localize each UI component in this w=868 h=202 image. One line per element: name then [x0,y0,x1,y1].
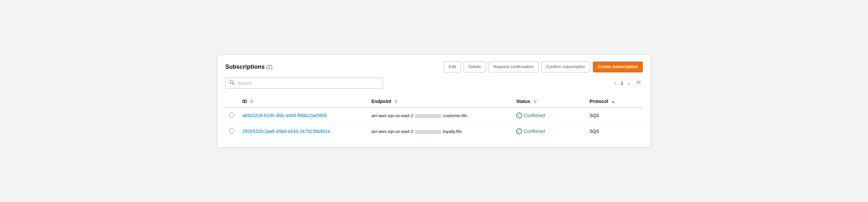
endpoint-text-1: arn:aws:sqs:us-east-2::customer.fifo [371,113,467,118]
table-body: a83c0228-b100-4fdc-a946-f06bc2ae5605 arn… [225,108,643,139]
count-text: (2) [266,64,273,70]
check-circle-icon-1: ✓ [516,113,522,118]
table-header: ID ▽ Endpoint ▽ Status ▽ Protocol ▲ [225,95,643,108]
subscription-id-link-2[interactable]: 292b9320-2aa8-45bd-a545-347823bb801e [242,128,331,134]
subscriptions-table: ID ▽ Endpoint ▽ Status ▽ Protocol ▲ [225,95,643,139]
table-row: a83c0228-b100-4fdc-a946-f06bc2ae5605 arn… [225,108,643,124]
protocol-col-header: Protocol ▲ [586,95,643,108]
redacted-account-2 [415,130,441,134]
search-input[interactable] [237,81,379,86]
settings-button[interactable] [634,79,643,88]
next-page-button[interactable]: › [626,79,631,88]
status-cell-1: ✓ Confirmed [512,108,586,124]
select-col-header [225,95,238,108]
edit-button[interactable]: Edit [444,61,461,72]
row-2-radio[interactable] [229,128,235,134]
search-icon [229,80,235,87]
request-confirmation-button[interactable]: Request confirmation [489,61,539,72]
protocol-sort-icon[interactable]: ▲ [612,100,615,104]
create-subscription-button[interactable]: Create subscription [593,61,643,72]
subscriptions-panel: Subscriptions (2) Edit Delete Request co… [217,55,651,147]
endpoint-col-header: Endpoint ▽ [367,95,512,108]
select-cell-2 [225,123,238,139]
search-row: ‹ 1 › [225,78,643,89]
title-text: Subscriptions [225,63,265,70]
status-sort-icon[interactable]: ▽ [534,100,536,104]
subscription-id-link-1[interactable]: a83c0228-b100-4fdc-a946-f06bc2ae5605 [242,113,327,118]
header-row: Subscriptions (2) Edit Delete Request co… [225,61,643,72]
prev-page-button[interactable]: ‹ [613,79,618,88]
protocol-cell-1: SQS [586,108,643,124]
endpoint-sort-icon[interactable]: ▽ [395,100,397,104]
search-box [225,78,383,89]
pagination: ‹ 1 › [613,79,643,88]
id-cell-1: a83c0228-b100-4fdc-a946-f06bc2ae5605 [238,108,367,124]
page-number: 1 [621,81,623,86]
svg-point-2 [638,82,640,83]
protocol-cell-2: SQS [586,123,643,139]
id-cell-2: 292b9320-2aa8-45bd-a545-347823bb801e [238,123,367,139]
status-confirmed-1: ✓ Confirmed [516,113,582,118]
id-sort-icon[interactable]: ▽ [250,100,253,104]
id-col-header: ID ▽ [238,95,367,108]
row-1-radio[interactable] [229,113,235,118]
status-confirmed-2: ✓ Confirmed [516,128,582,134]
redacted-account-1 [415,114,441,118]
endpoint-text-2: arn:aws:sqs:us-east-2::loyalty.fifo [371,129,462,134]
table-row: 292b9320-2aa8-45bd-a545-347823bb801e arn… [225,123,643,139]
select-cell-1 [225,108,238,124]
endpoint-cell-2: arn:aws:sqs:us-east-2::loyalty.fifo [367,123,512,139]
check-circle-icon-2: ✓ [516,128,522,134]
svg-line-1 [233,83,235,85]
status-col-header: Status ▽ [512,95,586,108]
panel-title: Subscriptions (2) [225,63,273,70]
status-cell-2: ✓ Confirmed [512,123,586,139]
actions-bar: Edit Delete Request confirmation Confirm… [444,61,643,72]
delete-button[interactable]: Delete [464,61,486,72]
endpoint-cell-1: arn:aws:sqs:us-east-2::customer.fifo [367,108,512,124]
confirm-subscription-button[interactable]: Confirm subscription [541,61,590,72]
